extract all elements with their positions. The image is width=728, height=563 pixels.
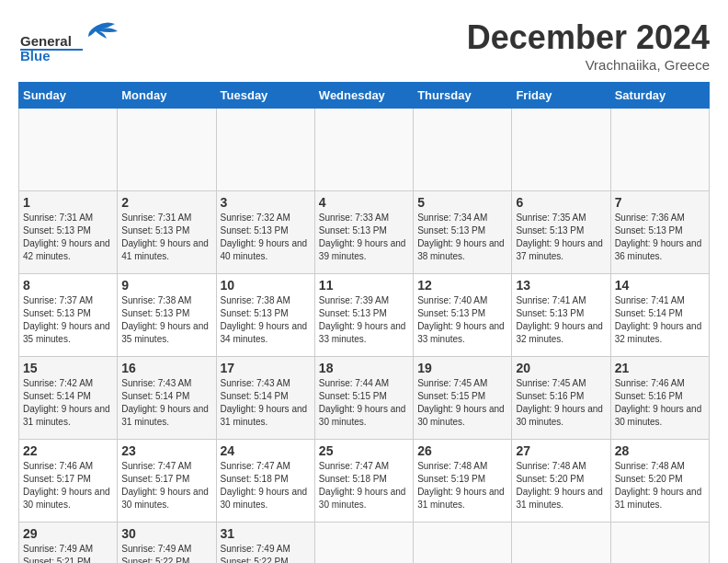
day-info: Sunrise: 7:33 AM Sunset: 5:13 PM Dayligh…	[319, 212, 409, 263]
day-info: Sunrise: 7:43 AM Sunset: 5:14 PM Dayligh…	[121, 377, 211, 429]
calendar-cell: 11 Sunrise: 7:39 AM Sunset: 5:13 PM Dayl…	[314, 274, 413, 357]
calendar-cell	[216, 109, 314, 191]
week-row-3: 15 Sunrise: 7:42 AM Sunset: 5:14 PM Dayl…	[19, 357, 710, 440]
day-info: Sunrise: 7:47 AM Sunset: 5:18 PM Dayligh…	[319, 460, 409, 511]
day-number: 5	[417, 195, 507, 210]
day-number: 20	[516, 361, 606, 375]
calendar-cell	[512, 523, 610, 564]
day-number: 12	[417, 278, 507, 293]
calendar-cell: 25 Sunrise: 7:47 AM Sunset: 5:18 PM Dayl…	[314, 440, 413, 523]
logo: General Blue	[18, 18, 119, 64]
day-header-wednesday: Wednesday	[314, 83, 413, 109]
day-number: 26	[417, 443, 507, 458]
day-number: 31	[221, 526, 311, 541]
day-info: Sunrise: 7:36 AM Sunset: 5:13 PM Dayligh…	[615, 212, 705, 263]
day-info: Sunrise: 7:42 AM Sunset: 5:14 PM Dayligh…	[23, 377, 113, 429]
day-number: 8	[23, 278, 113, 293]
day-info: Sunrise: 7:38 AM Sunset: 5:13 PM Dayligh…	[221, 294, 311, 346]
calendar-cell: 3 Sunrise: 7:32 AM Sunset: 5:13 PM Dayli…	[216, 191, 314, 274]
calendar-cell: 15 Sunrise: 7:42 AM Sunset: 5:14 PM Dayl…	[19, 357, 118, 440]
calendar-cell: 4 Sunrise: 7:33 AM Sunset: 5:13 PM Dayli…	[314, 191, 413, 274]
day-number: 14	[615, 278, 705, 293]
day-number: 16	[121, 361, 211, 375]
month-title: December 2024	[467, 18, 710, 57]
day-info: Sunrise: 7:35 AM Sunset: 5:13 PM Dayligh…	[516, 212, 606, 263]
day-info: Sunrise: 7:49 AM Sunset: 5:22 PM Dayligh…	[221, 543, 311, 563]
calendar-cell: 27 Sunrise: 7:48 AM Sunset: 5:20 PM Dayl…	[512, 440, 610, 523]
day-info: Sunrise: 7:45 AM Sunset: 5:15 PM Dayligh…	[417, 377, 507, 429]
day-header-monday: Monday	[118, 83, 216, 109]
week-row-1: 1 Sunrise: 7:31 AM Sunset: 5:13 PM Dayli…	[19, 191, 710, 274]
calendar-cell: 2 Sunrise: 7:31 AM Sunset: 5:13 PM Dayli…	[118, 191, 216, 274]
days-header-row: SundayMondayTuesdayWednesdayThursdayFrid…	[19, 83, 710, 109]
day-info: Sunrise: 7:48 AM Sunset: 5:20 PM Dayligh…	[516, 460, 606, 511]
day-info: Sunrise: 7:48 AM Sunset: 5:20 PM Dayligh…	[615, 460, 705, 511]
day-number: 17	[221, 361, 311, 375]
day-number: 13	[516, 278, 606, 293]
calendar-cell: 14 Sunrise: 7:41 AM Sunset: 5:14 PM Dayl…	[610, 274, 709, 357]
day-header-friday: Friday	[512, 83, 610, 109]
calendar-cell: 17 Sunrise: 7:43 AM Sunset: 5:14 PM Dayl…	[216, 357, 314, 440]
day-number: 27	[516, 443, 606, 458]
svg-text:Blue: Blue	[20, 48, 51, 63]
day-header-tuesday: Tuesday	[216, 83, 314, 109]
day-number: 4	[319, 195, 409, 210]
calendar-cell: 29 Sunrise: 7:49 AM Sunset: 5:21 PM Dayl…	[19, 523, 118, 564]
day-number: 6	[516, 195, 606, 210]
day-number: 28	[615, 443, 705, 458]
location: Vrachnaiika, Greece	[467, 57, 710, 73]
day-number: 24	[221, 443, 311, 458]
calendar-cell: 31 Sunrise: 7:49 AM Sunset: 5:22 PM Dayl…	[216, 523, 314, 564]
calendar-cell: 9 Sunrise: 7:38 AM Sunset: 5:13 PM Dayli…	[118, 274, 216, 357]
calendar-cell: 28 Sunrise: 7:48 AM Sunset: 5:20 PM Dayl…	[610, 440, 709, 523]
day-info: Sunrise: 7:32 AM Sunset: 5:13 PM Dayligh…	[221, 212, 311, 263]
day-number: 30	[121, 526, 211, 541]
calendar-cell: 26 Sunrise: 7:48 AM Sunset: 5:19 PM Dayl…	[414, 440, 512, 523]
day-info: Sunrise: 7:38 AM Sunset: 5:13 PM Dayligh…	[121, 294, 211, 346]
logo-svg: General Blue	[18, 18, 119, 64]
svg-text:General: General	[20, 33, 72, 49]
calendar-cell: 22 Sunrise: 7:46 AM Sunset: 5:17 PM Dayl…	[19, 440, 118, 523]
day-info: Sunrise: 7:37 AM Sunset: 5:13 PM Dayligh…	[23, 294, 113, 346]
day-number: 7	[615, 195, 705, 210]
calendar-cell	[118, 109, 216, 191]
calendar-cell: 16 Sunrise: 7:43 AM Sunset: 5:14 PM Dayl…	[118, 357, 216, 440]
day-header-sunday: Sunday	[19, 83, 118, 109]
day-info: Sunrise: 7:44 AM Sunset: 5:15 PM Dayligh…	[319, 377, 409, 429]
page-header: General Blue December 2024 Vrachnaiika, …	[18, 18, 710, 73]
day-info: Sunrise: 7:46 AM Sunset: 5:16 PM Dayligh…	[615, 377, 705, 429]
day-number: 22	[23, 443, 113, 458]
calendar-cell: 12 Sunrise: 7:40 AM Sunset: 5:13 PM Dayl…	[414, 274, 512, 357]
day-info: Sunrise: 7:48 AM Sunset: 5:19 PM Dayligh…	[417, 460, 507, 511]
day-header-saturday: Saturday	[610, 83, 709, 109]
day-info: Sunrise: 7:49 AM Sunset: 5:21 PM Dayligh…	[23, 543, 113, 563]
calendar-cell: 18 Sunrise: 7:44 AM Sunset: 5:15 PM Dayl…	[314, 357, 413, 440]
day-info: Sunrise: 7:41 AM Sunset: 5:14 PM Dayligh…	[615, 294, 705, 346]
day-number: 3	[221, 195, 311, 210]
calendar-cell: 23 Sunrise: 7:47 AM Sunset: 5:17 PM Dayl…	[118, 440, 216, 523]
day-info: Sunrise: 7:47 AM Sunset: 5:17 PM Dayligh…	[121, 460, 211, 511]
week-row-0	[19, 109, 710, 191]
calendar-cell	[314, 109, 413, 191]
day-info: Sunrise: 7:39 AM Sunset: 5:13 PM Dayligh…	[319, 294, 409, 346]
week-row-5: 29 Sunrise: 7:49 AM Sunset: 5:21 PM Dayl…	[19, 523, 710, 564]
day-number: 15	[23, 361, 113, 375]
day-number: 25	[319, 443, 409, 458]
day-info: Sunrise: 7:46 AM Sunset: 5:17 PM Dayligh…	[23, 460, 113, 511]
calendar-cell: 20 Sunrise: 7:45 AM Sunset: 5:16 PM Dayl…	[512, 357, 610, 440]
day-number: 9	[121, 278, 211, 293]
calendar-cell: 6 Sunrise: 7:35 AM Sunset: 5:13 PM Dayli…	[512, 191, 610, 274]
day-info: Sunrise: 7:47 AM Sunset: 5:18 PM Dayligh…	[221, 460, 311, 511]
day-info: Sunrise: 7:31 AM Sunset: 5:13 PM Dayligh…	[121, 212, 211, 263]
calendar-cell: 13 Sunrise: 7:41 AM Sunset: 5:13 PM Dayl…	[512, 274, 610, 357]
day-info: Sunrise: 7:40 AM Sunset: 5:13 PM Dayligh…	[417, 294, 507, 346]
day-info: Sunrise: 7:31 AM Sunset: 5:13 PM Dayligh…	[23, 212, 113, 263]
calendar-cell	[19, 109, 118, 191]
calendar-cell	[610, 523, 709, 564]
day-number: 1	[23, 195, 113, 210]
day-number: 10	[221, 278, 311, 293]
day-info: Sunrise: 7:34 AM Sunset: 5:13 PM Dayligh…	[417, 212, 507, 263]
calendar-cell	[610, 109, 709, 191]
calendar-cell: 21 Sunrise: 7:46 AM Sunset: 5:16 PM Dayl…	[610, 357, 709, 440]
calendar-cell: 1 Sunrise: 7:31 AM Sunset: 5:13 PM Dayli…	[19, 191, 118, 274]
